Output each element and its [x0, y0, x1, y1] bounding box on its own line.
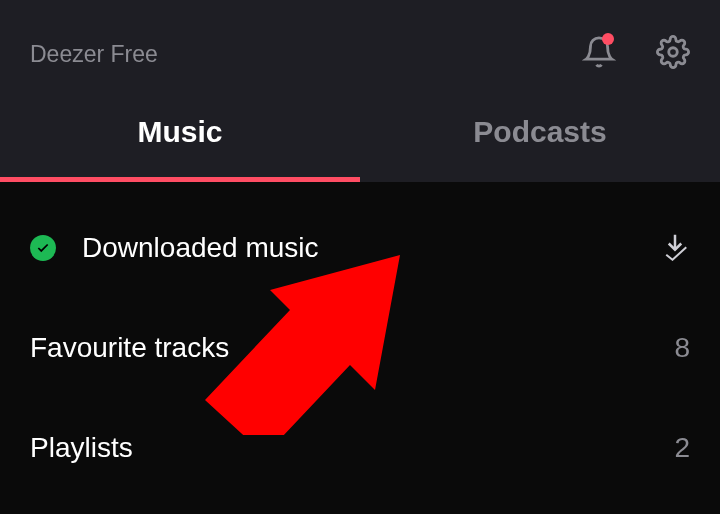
favourites-count: 8 [674, 332, 690, 364]
content: Downloaded music Favourite tracks 8 Play… [0, 198, 720, 498]
header: Deezer Free Music Podcasts [0, 0, 720, 182]
tab-podcasts[interactable]: Podcasts [360, 82, 720, 182]
svg-point-0 [669, 48, 678, 57]
tab-music-label: Music [137, 115, 222, 149]
favourites-label: Favourite tracks [30, 332, 674, 364]
notification-dot-icon [602, 33, 614, 45]
header-icons [582, 35, 690, 73]
bell-icon [582, 55, 616, 72]
notifications-button[interactable] [582, 35, 616, 73]
list-item-favourites[interactable]: Favourite tracks 8 [0, 298, 720, 398]
list-item-playlists[interactable]: Playlists 2 [0, 398, 720, 498]
settings-button[interactable] [656, 35, 690, 73]
playlists-count: 2 [674, 432, 690, 464]
playlists-label: Playlists [30, 432, 674, 464]
tab-music[interactable]: Music [0, 82, 360, 182]
header-top: Deezer Free [0, 0, 720, 80]
downloaded-label: Downloaded music [82, 232, 660, 264]
check-circle-icon [30, 235, 56, 261]
tab-podcasts-label: Podcasts [473, 115, 606, 149]
download-icon [660, 231, 690, 265]
app-title: Deezer Free [30, 41, 158, 68]
list-item-downloaded[interactable]: Downloaded music [0, 198, 720, 298]
tabs: Music Podcasts [0, 82, 720, 182]
